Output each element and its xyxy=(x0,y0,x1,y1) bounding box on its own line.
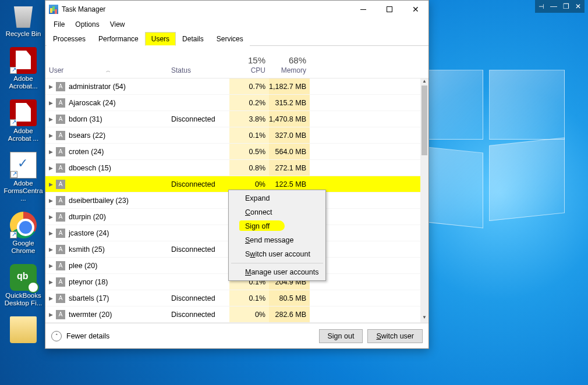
menu-options[interactable]: Options xyxy=(70,19,104,30)
fewer-details-toggle[interactable]: ˄ Fewer details xyxy=(51,331,109,341)
cpu-cell: 0.1% xyxy=(229,290,269,306)
user-name: plee (20) xyxy=(69,262,171,270)
memory-cell: 1,470.8 MB xyxy=(269,111,310,127)
close-button[interactable]: ✕ xyxy=(402,1,428,18)
tab-services[interactable]: Services xyxy=(210,32,250,46)
menu-separator xyxy=(231,263,323,263)
cpu-cell: 0% xyxy=(229,306,269,322)
expand-chevron-icon[interactable]: ▶ xyxy=(45,149,56,155)
vertical-scrollbar[interactable]: ▲ ▼ xyxy=(420,79,428,323)
user-status: Disconnected xyxy=(171,311,229,319)
remote-session-bar: ⊣ — ❐ ✕ xyxy=(535,0,585,13)
scrollbar-thumb[interactable] xyxy=(421,85,427,155)
context-menu: ExpandConnectSign offSend messageSwitch … xyxy=(228,190,326,281)
expand-chevron-icon[interactable]: ▶ xyxy=(45,165,56,171)
memory-cell: 564.0 MB xyxy=(269,144,310,159)
sign-out-button[interactable]: Sign out xyxy=(319,329,363,343)
table-row[interactable]: ▶Atwermter (20)Disconnected0%282.6 MB xyxy=(45,306,420,323)
user-avatar-icon: A xyxy=(56,277,65,287)
context-menu-item[interactable]: Manage user accounts xyxy=(230,265,324,279)
memory-cell: 1,182.7 MB xyxy=(269,79,310,94)
context-menu-item[interactable]: Sign off xyxy=(230,219,324,233)
memory-cell: 315.2 MB xyxy=(269,95,310,110)
cpu-cell: 0.2% xyxy=(229,95,269,110)
context-menu-item[interactable]: Expand xyxy=(230,191,324,205)
minimize-button[interactable] xyxy=(350,1,376,18)
user-avatar-icon: A xyxy=(56,245,65,254)
user-name: croten (24) xyxy=(69,148,171,156)
remote-minimize[interactable]: — xyxy=(550,2,557,10)
expand-chevron-icon[interactable]: ▶ xyxy=(45,279,56,285)
expand-chevron-icon[interactable]: ▶ xyxy=(45,214,56,220)
context-menu-item[interactable]: Send message xyxy=(230,233,324,247)
user-name: bdorn (31) xyxy=(69,115,171,123)
context-menu-item[interactable]: Switch user account xyxy=(230,247,324,261)
menu-bar: File Options View xyxy=(45,18,428,31)
tab-performance[interactable]: Performance xyxy=(92,32,145,46)
user-status: Disconnected xyxy=(171,245,229,254)
cpu-cell: 0.8% xyxy=(229,160,269,176)
expand-chevron-icon[interactable]: ▶ xyxy=(45,84,56,90)
column-cpu[interactable]: 15% CPU xyxy=(229,55,269,78)
table-row[interactable]: ▶Aadministrator (54)0.7%1,182.7 MB xyxy=(45,79,420,95)
expand-chevron-icon[interactable]: ▶ xyxy=(45,116,56,122)
chevron-up-icon: ˄ xyxy=(51,331,62,341)
switch-user-button[interactable]: Switch user xyxy=(367,329,423,343)
scroll-down-icon[interactable]: ▼ xyxy=(420,315,428,323)
table-row[interactable]: ▶Abdorn (31)Disconnected3.8%1,470.8 MB xyxy=(45,111,420,127)
user-name: administrator (54) xyxy=(69,83,171,91)
user-name: dboesch (15) xyxy=(69,164,171,172)
expand-chevron-icon[interactable]: ▶ xyxy=(45,133,56,138)
titlebar[interactable]: Task Manager ✕ xyxy=(45,1,428,18)
user-avatar-icon: A xyxy=(56,310,65,319)
user-name: ksmith (25) xyxy=(69,245,171,254)
column-headers: ︿ User Status 15% CPU 68% Memory xyxy=(45,46,428,79)
expand-chevron-icon[interactable]: ▶ xyxy=(45,263,56,269)
user-avatar-icon: A xyxy=(56,115,65,124)
table-row[interactable]: ▶Asbartels (17)Disconnected0.1%80.5 MB xyxy=(45,290,420,306)
adobe-formscentral-icon[interactable]: Adobe FormsCentra... xyxy=(3,152,43,202)
user-avatar-icon: A xyxy=(56,261,65,270)
recycle-bin-icon[interactable]: Recycle Bin xyxy=(3,2,43,38)
user-avatar-icon: A xyxy=(56,196,65,205)
user-name: bsears (22) xyxy=(69,131,171,140)
table-row[interactable]: ▶Adboesch (15)0.8%272.1 MB xyxy=(45,160,420,176)
column-user[interactable]: ︿ User xyxy=(45,66,171,78)
quickbooks-icon[interactable]: QuickBooks Desktop Fi... xyxy=(3,264,43,307)
menu-view[interactable]: View xyxy=(105,19,130,30)
maximize-button[interactable] xyxy=(376,1,402,18)
table-row[interactable]: ▶AAjaroscak (24)0.2%315.2 MB xyxy=(45,95,420,111)
expand-chevron-icon[interactable]: ▶ xyxy=(45,247,56,252)
tab-details[interactable]: Details xyxy=(176,32,210,46)
table-row[interactable]: ▶Acroten (24)0.5%564.0 MB xyxy=(45,144,420,160)
remote-close[interactable]: ✕ xyxy=(575,2,581,10)
adobe-acrobat-icon-2[interactable]: Adobe Acrobat ... xyxy=(3,99,43,142)
user-status: Disconnected xyxy=(171,115,229,123)
table-row[interactable]: ▶Absears (22)0.1%327.0 MB xyxy=(45,127,420,144)
expand-chevron-icon[interactable]: ▶ xyxy=(45,230,56,236)
tab-processes[interactable]: Processes xyxy=(47,32,92,46)
column-status[interactable]: Status xyxy=(171,66,229,78)
remote-restore[interactable]: ❐ xyxy=(563,2,569,10)
expand-chevron-icon[interactable]: ▶ xyxy=(45,295,56,301)
user-name: sbartels (17) xyxy=(69,294,171,302)
adobe-acrobat-icon-1[interactable]: Adobe Acrobat... xyxy=(3,47,43,90)
tab-users[interactable]: Users xyxy=(145,32,176,46)
column-memory[interactable]: 68% Memory xyxy=(269,55,310,78)
expand-chevron-icon[interactable]: ▶ xyxy=(45,181,56,187)
desktop-icons: Recycle Bin Adobe Acrobat... Adobe Acrob… xyxy=(3,2,43,352)
google-chrome-icon[interactable]: Google Chrome xyxy=(3,212,43,255)
expand-chevron-icon[interactable]: ▶ xyxy=(45,312,56,318)
expand-chevron-icon[interactable]: ▶ xyxy=(45,100,56,106)
expand-chevron-icon[interactable]: ▶ xyxy=(45,198,56,204)
pin-icon[interactable]: ⊣ xyxy=(539,3,544,10)
cpu-cell: 0.1% xyxy=(229,127,269,143)
user-avatar-icon: A xyxy=(56,147,65,156)
memory-cell: 282.6 MB xyxy=(269,306,310,322)
folder-icon-1[interactable] xyxy=(3,316,43,343)
user-avatar-icon: A xyxy=(56,294,65,303)
context-menu-item[interactable]: Connect xyxy=(230,205,324,219)
menu-file[interactable]: File xyxy=(49,19,69,30)
user-avatar-icon: A xyxy=(56,82,65,91)
footer: ˄ Fewer details Sign out Switch user xyxy=(45,323,428,348)
